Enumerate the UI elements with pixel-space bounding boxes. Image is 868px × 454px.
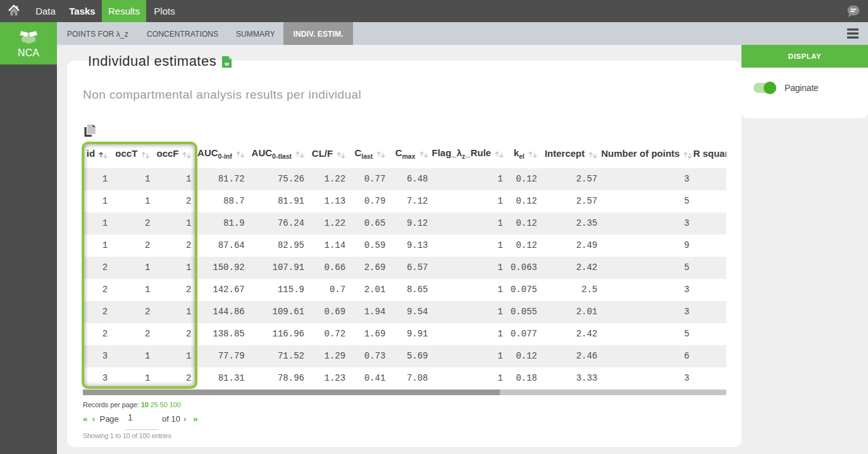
- svg-text:w: w: [224, 61, 230, 67]
